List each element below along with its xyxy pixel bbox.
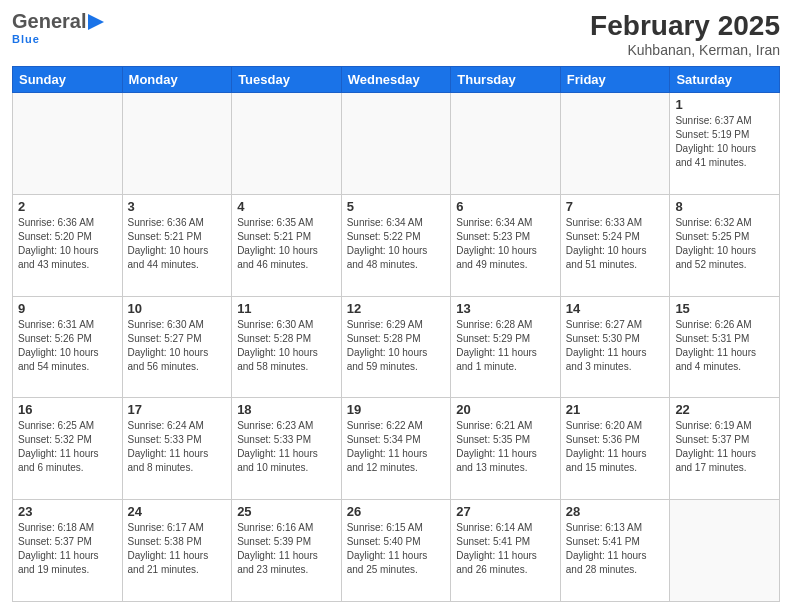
calendar-cell: 17Sunrise: 6:24 AM Sunset: 5:33 PM Dayli… — [122, 398, 232, 500]
calendar-cell: 3Sunrise: 6:36 AM Sunset: 5:21 PM Daylig… — [122, 194, 232, 296]
day-number: 26 — [347, 504, 446, 519]
calendar-cell: 24Sunrise: 6:17 AM Sunset: 5:38 PM Dayli… — [122, 500, 232, 602]
calendar-cell — [122, 93, 232, 195]
calendar-cell: 15Sunrise: 6:26 AM Sunset: 5:31 PM Dayli… — [670, 296, 780, 398]
calendar-cell: 2Sunrise: 6:36 AM Sunset: 5:20 PM Daylig… — [13, 194, 123, 296]
calendar-cell — [13, 93, 123, 195]
day-info: Sunrise: 6:23 AM Sunset: 5:33 PM Dayligh… — [237, 419, 336, 475]
day-number: 2 — [18, 199, 117, 214]
day-info: Sunrise: 6:32 AM Sunset: 5:25 PM Dayligh… — [675, 216, 774, 272]
day-info: Sunrise: 6:25 AM Sunset: 5:32 PM Dayligh… — [18, 419, 117, 475]
day-info: Sunrise: 6:22 AM Sunset: 5:34 PM Dayligh… — [347, 419, 446, 475]
logo-icon — [86, 12, 108, 32]
page: General Blue February 2025 Kuhbanan, Ker… — [0, 0, 792, 612]
calendar-cell: 22Sunrise: 6:19 AM Sunset: 5:37 PM Dayli… — [670, 398, 780, 500]
calendar-cell — [451, 93, 561, 195]
calendar-cell: 25Sunrise: 6:16 AM Sunset: 5:39 PM Dayli… — [232, 500, 342, 602]
calendar-cell: 14Sunrise: 6:27 AM Sunset: 5:30 PM Dayli… — [560, 296, 670, 398]
day-number: 17 — [128, 402, 227, 417]
calendar-cell: 12Sunrise: 6:29 AM Sunset: 5:28 PM Dayli… — [341, 296, 451, 398]
calendar-cell: 23Sunrise: 6:18 AM Sunset: 5:37 PM Dayli… — [13, 500, 123, 602]
day-number: 18 — [237, 402, 336, 417]
day-info: Sunrise: 6:36 AM Sunset: 5:20 PM Dayligh… — [18, 216, 117, 272]
col-saturday: Saturday — [670, 67, 780, 93]
day-info: Sunrise: 6:15 AM Sunset: 5:40 PM Dayligh… — [347, 521, 446, 577]
calendar-cell: 8Sunrise: 6:32 AM Sunset: 5:25 PM Daylig… — [670, 194, 780, 296]
day-number: 5 — [347, 199, 446, 214]
day-number: 21 — [566, 402, 665, 417]
day-info: Sunrise: 6:13 AM Sunset: 5:41 PM Dayligh… — [566, 521, 665, 577]
title-area: February 2025 Kuhbanan, Kerman, Iran — [590, 10, 780, 58]
calendar-cell: 9Sunrise: 6:31 AM Sunset: 5:26 PM Daylig… — [13, 296, 123, 398]
calendar-cell: 27Sunrise: 6:14 AM Sunset: 5:41 PM Dayli… — [451, 500, 561, 602]
calendar-week-4: 23Sunrise: 6:18 AM Sunset: 5:37 PM Dayli… — [13, 500, 780, 602]
day-number: 24 — [128, 504, 227, 519]
location: Kuhbanan, Kerman, Iran — [590, 42, 780, 58]
calendar-week-3: 16Sunrise: 6:25 AM Sunset: 5:32 PM Dayli… — [13, 398, 780, 500]
day-info: Sunrise: 6:34 AM Sunset: 5:23 PM Dayligh… — [456, 216, 555, 272]
day-info: Sunrise: 6:34 AM Sunset: 5:22 PM Dayligh… — [347, 216, 446, 272]
month-title: February 2025 — [590, 10, 780, 42]
day-number: 19 — [347, 402, 446, 417]
day-info: Sunrise: 6:30 AM Sunset: 5:28 PM Dayligh… — [237, 318, 336, 374]
day-number: 3 — [128, 199, 227, 214]
day-number: 15 — [675, 301, 774, 316]
calendar-week-0: 1Sunrise: 6:37 AM Sunset: 5:19 PM Daylig… — [13, 93, 780, 195]
col-sunday: Sunday — [13, 67, 123, 93]
day-info: Sunrise: 6:31 AM Sunset: 5:26 PM Dayligh… — [18, 318, 117, 374]
calendar-table: Sunday Monday Tuesday Wednesday Thursday… — [12, 66, 780, 602]
calendar-cell: 13Sunrise: 6:28 AM Sunset: 5:29 PM Dayli… — [451, 296, 561, 398]
day-info: Sunrise: 6:18 AM Sunset: 5:37 PM Dayligh… — [18, 521, 117, 577]
logo-blue-text: Blue — [12, 33, 40, 45]
col-wednesday: Wednesday — [341, 67, 451, 93]
day-number: 9 — [18, 301, 117, 316]
day-number: 8 — [675, 199, 774, 214]
day-info: Sunrise: 6:30 AM Sunset: 5:27 PM Dayligh… — [128, 318, 227, 374]
calendar-cell — [670, 500, 780, 602]
calendar-cell: 10Sunrise: 6:30 AM Sunset: 5:27 PM Dayli… — [122, 296, 232, 398]
calendar-cell: 5Sunrise: 6:34 AM Sunset: 5:22 PM Daylig… — [341, 194, 451, 296]
day-info: Sunrise: 6:28 AM Sunset: 5:29 PM Dayligh… — [456, 318, 555, 374]
calendar-cell — [232, 93, 342, 195]
day-number: 11 — [237, 301, 336, 316]
logo-general: General — [12, 10, 86, 33]
day-number: 27 — [456, 504, 555, 519]
col-thursday: Thursday — [451, 67, 561, 93]
day-info: Sunrise: 6:29 AM Sunset: 5:28 PM Dayligh… — [347, 318, 446, 374]
day-info: Sunrise: 6:19 AM Sunset: 5:37 PM Dayligh… — [675, 419, 774, 475]
day-number: 28 — [566, 504, 665, 519]
calendar-cell: 11Sunrise: 6:30 AM Sunset: 5:28 PM Dayli… — [232, 296, 342, 398]
day-number: 25 — [237, 504, 336, 519]
day-info: Sunrise: 6:36 AM Sunset: 5:21 PM Dayligh… — [128, 216, 227, 272]
day-info: Sunrise: 6:26 AM Sunset: 5:31 PM Dayligh… — [675, 318, 774, 374]
day-info: Sunrise: 6:20 AM Sunset: 5:36 PM Dayligh… — [566, 419, 665, 475]
day-number: 4 — [237, 199, 336, 214]
day-number: 1 — [675, 97, 774, 112]
calendar-cell: 1Sunrise: 6:37 AM Sunset: 5:19 PM Daylig… — [670, 93, 780, 195]
day-info: Sunrise: 6:21 AM Sunset: 5:35 PM Dayligh… — [456, 419, 555, 475]
day-info: Sunrise: 6:37 AM Sunset: 5:19 PM Dayligh… — [675, 114, 774, 170]
day-number: 22 — [675, 402, 774, 417]
calendar-cell: 7Sunrise: 6:33 AM Sunset: 5:24 PM Daylig… — [560, 194, 670, 296]
calendar-cell: 21Sunrise: 6:20 AM Sunset: 5:36 PM Dayli… — [560, 398, 670, 500]
calendar-cell — [341, 93, 451, 195]
day-number: 7 — [566, 199, 665, 214]
day-info: Sunrise: 6:33 AM Sunset: 5:24 PM Dayligh… — [566, 216, 665, 272]
col-friday: Friday — [560, 67, 670, 93]
col-monday: Monday — [122, 67, 232, 93]
calendar-week-2: 9Sunrise: 6:31 AM Sunset: 5:26 PM Daylig… — [13, 296, 780, 398]
day-info: Sunrise: 6:16 AM Sunset: 5:39 PM Dayligh… — [237, 521, 336, 577]
day-info: Sunrise: 6:24 AM Sunset: 5:33 PM Dayligh… — [128, 419, 227, 475]
header: General Blue February 2025 Kuhbanan, Ker… — [12, 10, 780, 58]
day-number: 12 — [347, 301, 446, 316]
day-number: 20 — [456, 402, 555, 417]
calendar-cell: 16Sunrise: 6:25 AM Sunset: 5:32 PM Dayli… — [13, 398, 123, 500]
calendar-cell: 20Sunrise: 6:21 AM Sunset: 5:35 PM Dayli… — [451, 398, 561, 500]
day-info: Sunrise: 6:27 AM Sunset: 5:30 PM Dayligh… — [566, 318, 665, 374]
col-tuesday: Tuesday — [232, 67, 342, 93]
day-number: 6 — [456, 199, 555, 214]
calendar-cell: 28Sunrise: 6:13 AM Sunset: 5:41 PM Dayli… — [560, 500, 670, 602]
calendar-cell: 18Sunrise: 6:23 AM Sunset: 5:33 PM Dayli… — [232, 398, 342, 500]
day-number: 16 — [18, 402, 117, 417]
calendar-cell: 26Sunrise: 6:15 AM Sunset: 5:40 PM Dayli… — [341, 500, 451, 602]
